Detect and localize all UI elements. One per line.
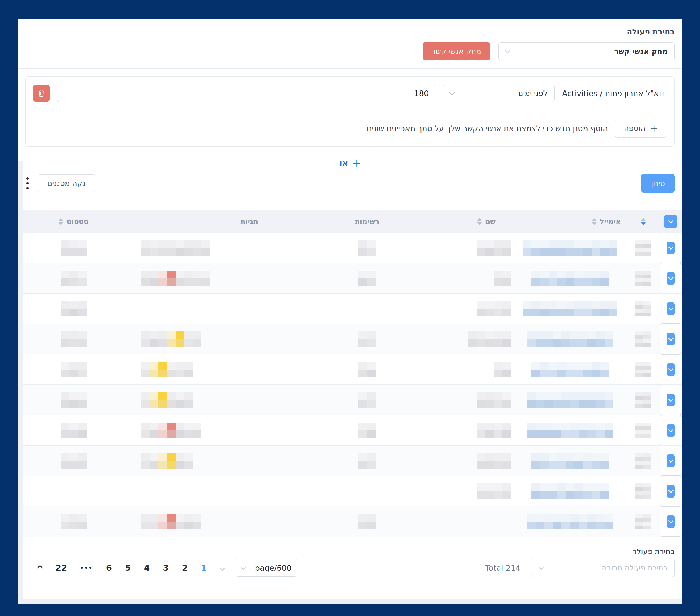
column-header-name[interactable]: שם bbox=[427, 218, 513, 226]
redacted-email bbox=[532, 271, 609, 286]
filter-group: דוא"ל אחרון פתוח / Activities לפני ימים … bbox=[25, 76, 675, 147]
redacted-status bbox=[61, 240, 87, 256]
email-cell bbox=[513, 415, 627, 445]
page-ellipsis[interactable]: ••• bbox=[80, 565, 92, 571]
bulk-action-placeholder: בחירת פעולה מרובה bbox=[602, 564, 667, 572]
row-actions-button[interactable] bbox=[667, 333, 675, 345]
filter-operator-select[interactable]: לפני ימים bbox=[443, 85, 554, 102]
row-actions-button[interactable] bbox=[667, 515, 675, 528]
page-button-2[interactable]: 2 bbox=[182, 564, 188, 572]
plus-icon: + bbox=[650, 123, 659, 133]
column-label: סטטוס bbox=[66, 218, 89, 226]
name-cell bbox=[427, 385, 513, 415]
clear-filters-button[interactable]: נקה מסננים bbox=[38, 174, 95, 192]
redacted-tags bbox=[141, 453, 193, 469]
column-label: אימייל bbox=[600, 218, 621, 226]
lists-cell bbox=[307, 294, 427, 324]
email-cell bbox=[513, 233, 627, 263]
sort-icon[interactable] bbox=[477, 218, 482, 225]
next-page-button[interactable] bbox=[37, 565, 43, 571]
lists-cell bbox=[307, 506, 427, 537]
avatar-cell bbox=[627, 476, 660, 506]
kebab-menu-icon[interactable] bbox=[25, 176, 30, 190]
table-row bbox=[18, 354, 682, 385]
bulk-action-select[interactable]: בחירת פעולה מרובה bbox=[532, 559, 675, 577]
redacted-lists bbox=[359, 240, 376, 256]
row-actions-button[interactable] bbox=[667, 424, 675, 437]
avatar bbox=[636, 453, 651, 469]
page-size-select[interactable]: page/600 bbox=[236, 559, 297, 577]
status-cell bbox=[18, 354, 129, 384]
row-actions-button[interactable] bbox=[667, 303, 675, 315]
add-or-group-button[interactable]: + או bbox=[339, 158, 361, 169]
apply-filter-button[interactable]: סינון bbox=[641, 174, 675, 193]
column-header-tags: תגיות bbox=[129, 218, 307, 226]
page-button-1[interactable]: 1 bbox=[201, 564, 207, 572]
chevron-down-icon bbox=[668, 218, 673, 223]
sort-icon[interactable] bbox=[592, 218, 597, 225]
column-header-email[interactable]: אימייל bbox=[513, 218, 627, 226]
column-header-avatar[interactable] bbox=[627, 218, 660, 225]
select-cell bbox=[660, 294, 682, 324]
redacted-tags bbox=[141, 362, 193, 377]
redacted-status bbox=[61, 362, 87, 377]
avatar-cell bbox=[627, 415, 660, 445]
row-actions-button[interactable] bbox=[667, 485, 675, 497]
sort-icon[interactable] bbox=[59, 218, 63, 225]
avatar-cell bbox=[627, 354, 660, 384]
redacted-email bbox=[527, 514, 613, 529]
name-cell bbox=[427, 506, 513, 537]
vertical-scrollbar[interactable] bbox=[18, 161, 23, 599]
filter-value-input[interactable] bbox=[57, 85, 435, 102]
page-button-5[interactable]: 5 bbox=[125, 564, 131, 572]
previous-page-button[interactable] bbox=[219, 565, 225, 571]
redacted-name bbox=[477, 240, 511, 256]
chevron-down-icon bbox=[668, 396, 673, 402]
row-actions-button[interactable] bbox=[667, 455, 675, 467]
page-button-6[interactable]: 6 bbox=[106, 564, 112, 572]
action-select-title: בחירת פעולה bbox=[25, 27, 675, 36]
add-filter-hint: הוסף מסנן חדש כדי לצמצם את אנשי הקשר שלך… bbox=[366, 124, 608, 133]
avatar-cell bbox=[627, 294, 660, 324]
remove-filter-button[interactable] bbox=[33, 85, 50, 101]
column-header-lists: רשימות bbox=[307, 218, 427, 226]
page-button-22[interactable]: 22 bbox=[55, 564, 67, 572]
tags-cell bbox=[129, 354, 307, 384]
select-all-button[interactable] bbox=[664, 215, 677, 228]
page-button-4[interactable]: 4 bbox=[144, 564, 150, 572]
redacted-lists bbox=[359, 362, 376, 377]
or-divider: + או bbox=[25, 158, 675, 169]
column-label: תגיות bbox=[241, 218, 258, 226]
select-cell bbox=[660, 263, 682, 293]
page-button-3[interactable]: 3 bbox=[163, 564, 168, 572]
avatar bbox=[636, 301, 651, 317]
redacted-name bbox=[477, 301, 511, 317]
table-row bbox=[18, 385, 682, 415]
chevron-down-icon bbox=[668, 427, 673, 432]
select-cell bbox=[660, 506, 682, 537]
filter-toolbar: סינון נקה מסננים bbox=[25, 174, 675, 193]
column-header-status[interactable]: סטטוס bbox=[18, 218, 129, 226]
redacted-status bbox=[61, 453, 87, 469]
status-cell bbox=[18, 263, 129, 293]
row-actions-button[interactable] bbox=[667, 363, 675, 376]
horizontal-scrollbar[interactable] bbox=[18, 599, 682, 604]
column-header-select[interactable] bbox=[660, 215, 682, 228]
email-cell bbox=[513, 446, 627, 476]
add-filter-button[interactable]: + הוספה bbox=[615, 119, 667, 138]
tags-cell bbox=[129, 446, 307, 476]
action-select[interactable]: מחק אנשי קשר bbox=[498, 42, 675, 60]
row-actions-button[interactable] bbox=[667, 242, 675, 254]
chevron-down-icon bbox=[668, 366, 673, 371]
chevron-down-icon bbox=[668, 488, 673, 493]
email-cell bbox=[513, 476, 627, 506]
table-row bbox=[18, 476, 682, 506]
status-cell bbox=[18, 446, 129, 476]
row-actions-button[interactable] bbox=[667, 394, 675, 406]
row-actions-button[interactable] bbox=[667, 272, 675, 285]
redacted-name bbox=[477, 453, 511, 469]
column-label: רשימות bbox=[355, 218, 379, 226]
sort-icon[interactable] bbox=[641, 218, 646, 225]
avatar-cell bbox=[627, 446, 660, 476]
delete-contacts-button[interactable]: מחק אנשי קשר bbox=[423, 42, 490, 60]
